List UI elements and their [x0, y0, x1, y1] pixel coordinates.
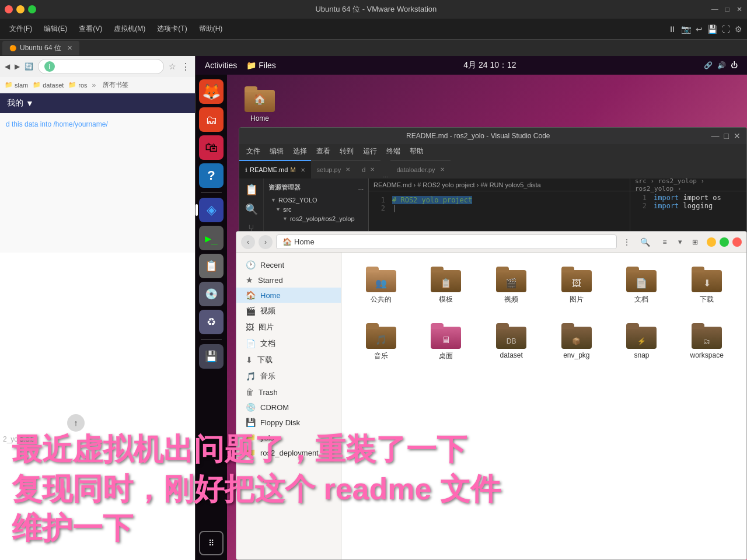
nav-documents[interactable]: 📄 文档	[236, 335, 341, 352]
nautilus-forward-btn[interactable]: ›	[259, 235, 273, 249]
vscode-menu-select[interactable]: 选择	[291, 146, 309, 156]
folder-desktop[interactable]: 🖥 桌面	[416, 318, 477, 366]
nav-music[interactable]: 🎵 音乐	[236, 368, 341, 384]
browser-star-icon[interactable]: ☆	[169, 62, 176, 71]
menu-file[interactable]: 文件(F)	[5, 22, 37, 36]
tree-root[interactable]: ▼ ROS2_YOLO	[268, 195, 364, 205]
browser-more-icon[interactable]: ⋮	[181, 61, 190, 72]
vscode-tab-setup[interactable]: setup.py ✕	[311, 160, 357, 178]
folder-workspace[interactable]: 🗂 workspace	[676, 318, 737, 366]
nautilus-menu-btn[interactable]: ⋮	[620, 235, 633, 249]
nautilus-search-btn[interactable]: 🔍	[637, 234, 653, 250]
dock-apps[interactable]: ⠿	[199, 531, 224, 555]
vscode-menu-terminal[interactable]: 终端	[384, 146, 403, 156]
folder-video[interactable]: 🎬 视频	[481, 262, 542, 309]
nav-home[interactable]: 🏠 Home	[236, 288, 341, 303]
my-dropdown[interactable]: 我的 ▼	[0, 93, 195, 113]
folder-docs[interactable]: 📄 文档	[612, 262, 672, 309]
dock-recycler[interactable]: ♻	[199, 310, 224, 334]
nav-videos[interactable]: 🎬 视频	[236, 303, 341, 319]
vscode-tab-readme[interactable]: ℹ README.md M ✕	[239, 160, 311, 178]
dock-help[interactable]: ?	[199, 163, 224, 188]
gnome-activities[interactable]: Activities	[205, 61, 237, 70]
readme-tab-close[interactable]: ✕	[301, 167, 305, 173]
folder-pictures[interactable]: 🖼 图片	[546, 262, 607, 309]
setup-tab-close[interactable]: ✕	[345, 166, 350, 173]
nav-pictures[interactable]: 🖼 图片	[236, 319, 341, 335]
list-view-btn[interactable]: ≡	[657, 234, 673, 250]
menu-vm[interactable]: 虚拟机(M)	[109, 22, 150, 36]
folder-dataset[interactable]: DB dataset	[481, 318, 542, 366]
nautilus-path-bar[interactable]: 🏠 Home	[276, 235, 617, 249]
dataloader-tab-close[interactable]: ✕	[440, 166, 445, 173]
readme-link[interactable]: d this data into /home/yourname/	[6, 120, 108, 128]
max-btn[interactable]	[28, 5, 36, 13]
desktop-home-folder[interactable]: 🏠 Home	[245, 86, 275, 123]
nautilus-min-btn[interactable]	[707, 237, 716, 247]
tab-close-btn[interactable]: ✕	[67, 44, 72, 52]
vscode-menu-file[interactable]: 文件	[244, 146, 263, 156]
restore-icon[interactable]: ↩	[696, 24, 703, 34]
folder-downloads[interactable]: ⬇ 下载	[676, 262, 737, 309]
vscode-close-btn[interactable]: ✕	[734, 131, 741, 141]
dock-vscode[interactable]: ◈	[199, 198, 224, 222]
explorer-icon[interactable]: 📋	[245, 183, 258, 196]
nav-trash[interactable]: 🗑 Trash	[236, 384, 341, 400]
folder-snap[interactable]: ⚡ snap	[612, 318, 672, 366]
view-dropdown-btn[interactable]: ▾	[674, 234, 686, 250]
nav-recent[interactable]: 🕐 Recent	[236, 257, 341, 272]
browser-back[interactable]: ◀	[5, 62, 10, 71]
snapshot-icon[interactable]: 📷	[681, 24, 691, 34]
dock-filemanager2[interactable]: 📋	[199, 254, 224, 278]
dock-files[interactable]: 🗂	[199, 107, 224, 132]
dock-save[interactable]: 💾	[199, 344, 224, 369]
folder-templates[interactable]: 📋 模板	[416, 262, 477, 309]
folder-public[interactable]: 👥 公共的	[351, 262, 411, 309]
nautilus-max-btn[interactable]	[720, 237, 729, 247]
grid-view-btn[interactable]: ⊞	[687, 234, 703, 250]
save-icon[interactable]: 💾	[707, 24, 717, 34]
menu-view[interactable]: 查看(V)	[74, 22, 107, 36]
pause-icon[interactable]: ⏸	[668, 24, 676, 34]
vscode-menu-edit[interactable]: 编辑	[267, 146, 286, 156]
vscode-menu-run[interactable]: 运行	[361, 146, 379, 156]
nav-downloads[interactable]: ⬇ 下载	[236, 352, 341, 368]
search-icon[interactable]: 🔍	[245, 203, 258, 216]
explorer-more[interactable]: ...	[358, 184, 364, 191]
bookmark-ros[interactable]: 📁 ros	[68, 81, 87, 89]
ubuntu-tab[interactable]: 🟠 Ubuntu 64 位 ✕	[2, 41, 79, 55]
dock-firefox[interactable]: 🦊	[199, 79, 224, 104]
vscode-tab-dataloader[interactable]: dataloader.py ✕	[390, 160, 450, 178]
vmware-winbtn-max[interactable]: □	[725, 5, 729, 13]
volume-icon[interactable]: 🔊	[717, 61, 726, 69]
vscode-menu-view[interactable]: 查看	[314, 146, 333, 156]
menu-edit[interactable]: 编辑(E)	[39, 22, 72, 36]
vscode-menu-goto[interactable]: 转到	[337, 146, 356, 156]
nav-cdrom[interactable]: 💿 CDROM	[236, 400, 341, 415]
bookmark-slam[interactable]: 📁 slam	[5, 81, 28, 89]
d-tab-close[interactable]: ✕	[370, 166, 375, 173]
nautilus-back-btn[interactable]: ‹	[241, 235, 255, 249]
power-icon[interactable]: ⏻	[731, 61, 738, 69]
browser-reload[interactable]: 🔄	[25, 62, 33, 71]
settings-icon[interactable]: ⚙	[735, 24, 742, 34]
vscode-menu-help[interactable]: 帮助	[407, 146, 426, 156]
vscode-tab-d[interactable]: d ✕	[356, 160, 381, 178]
more-bookmarks[interactable]: »	[92, 81, 96, 89]
nautilus-close-btn[interactable]	[732, 237, 742, 247]
nav-starred[interactable]: ★ Starred	[236, 272, 341, 288]
vmware-winbtn-close[interactable]: ✕	[736, 5, 742, 13]
bookmark-all[interactable]: 所有书签	[103, 80, 128, 89]
close-btn[interactable]	[5, 5, 13, 13]
dock-disk[interactable]: 💿	[199, 282, 224, 306]
min-btn[interactable]	[16, 5, 25, 13]
vmware-winbtn-min[interactable]: —	[711, 5, 718, 13]
nav-floppy[interactable]: 💾 Floppy Disk	[236, 415, 341, 430]
tree-src[interactable]: ▼ src	[268, 205, 364, 214]
dock-appstore[interactable]: 🛍	[199, 135, 224, 160]
menu-help[interactable]: 帮助(H)	[194, 22, 228, 36]
menu-tabs[interactable]: 选项卡(T)	[152, 22, 191, 36]
folder-envpkg[interactable]: 📦 env_pkg	[546, 318, 607, 366]
scroll-up-btn[interactable]: ↑	[67, 414, 85, 432]
gnome-files-menu[interactable]: 📁 Files	[246, 61, 276, 70]
